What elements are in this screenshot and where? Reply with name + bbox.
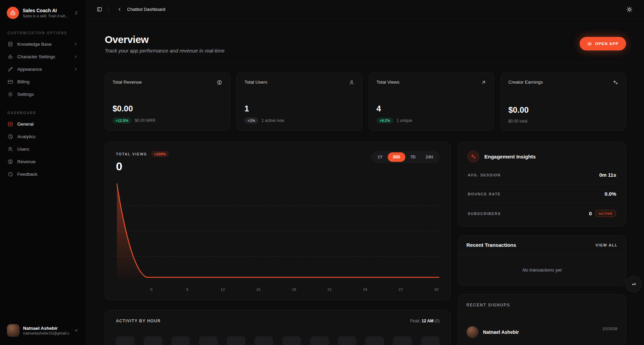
section-label-dashboard: DASHBOARD: [7, 111, 78, 115]
sidebar-item-label: Appearance: [17, 67, 69, 72]
chevron-right-icon: [74, 42, 78, 46]
line-chart-plot: [116, 181, 440, 283]
hour-bar: [116, 336, 135, 345]
credit-card-icon: [7, 79, 13, 85]
sidebar-item-general[interactable]: General: [5, 118, 81, 130]
sidebar-spacer: [5, 181, 81, 321]
signup-name: Natnael Ashebir: [483, 329, 598, 335]
dollar-circle-icon: [217, 80, 222, 85]
range-tab-7d[interactable]: 7D: [405, 152, 421, 162]
hour-bar: [144, 336, 162, 345]
sidebar-item-label: Revenue: [17, 159, 78, 164]
row-label: SUBSCRIBERS: [468, 212, 501, 216]
stat-badge: +1%: [244, 117, 258, 124]
row-value: 0: [589, 211, 592, 216]
sidebar-item-revenue[interactable]: Revenue: [5, 156, 81, 168]
breadcrumb: Chatbot Dashboard: [127, 7, 165, 12]
user-email: natnaelashebir15@gmail.c...: [23, 331, 71, 335]
stat-value: $0.00: [113, 104, 222, 113]
x-tick: 21: [327, 287, 332, 292]
sidebar: Sales Coach AI Sales is a skill. Train i…: [0, 0, 85, 345]
hour-bar: [282, 336, 301, 345]
dashboard-grid: TOTAL VIEWS +100% 0 1Y 30D 7D 24H: [105, 142, 626, 345]
back-button[interactable]: [114, 4, 125, 15]
chevrons-up-down-icon: [74, 10, 79, 15]
hour-bar: [172, 336, 190, 345]
activity-peak: Peak: 12 AM (0): [410, 319, 440, 323]
signup-row: Natnael Ashebir 2/2/2026: [458, 316, 626, 345]
theme-toggle-button[interactable]: [624, 4, 635, 15]
user-menu[interactable]: Natnael Ashebir natnaelashebir15@gmail.c…: [5, 321, 81, 340]
sidebar-item-knowledge-base[interactable]: Knowledge Base: [5, 38, 81, 50]
transactions-empty-state: No transactions yet: [458, 255, 626, 285]
sidebar-toggle-button[interactable]: [94, 4, 105, 15]
peak-count: (0): [435, 319, 440, 323]
signup-avatar: [466, 326, 479, 338]
app-logo: [7, 7, 19, 19]
workspace-switcher[interactable]: Sales Coach AI Sales is a skill. Train i…: [5, 5, 81, 21]
dollar-circle-icon: [7, 159, 13, 165]
user-text: Natnael Ashebir natnaelashebir15@gmail.c…: [23, 326, 71, 335]
overview-header-text: Overview Track your app performance and …: [105, 34, 224, 53]
range-selector: 1Y 30D 7D 24H: [371, 151, 440, 163]
sidebar-item-billing[interactable]: Billing: [5, 76, 81, 88]
sidebar-item-label: General: [17, 122, 78, 127]
stat-title: Total Views: [377, 80, 400, 85]
hour-bar: [255, 336, 273, 345]
bot-icon: [7, 54, 13, 60]
sidebar-item-appearance[interactable]: Appearance: [5, 63, 81, 75]
stat-badge: +8.2%: [377, 117, 394, 124]
stat-note: $0.00 total: [508, 119, 527, 124]
eye-icon: [587, 41, 592, 46]
row-value: 0m 11s: [599, 172, 616, 178]
header-divider: [105, 63, 626, 63]
chevron-right-icon: [74, 55, 78, 59]
overview-header: Overview Track your app performance and …: [105, 34, 626, 53]
stat-title: Creator Earnings: [508, 80, 543, 85]
sidebar-item-feedback[interactable]: Feedback: [5, 168, 81, 180]
recent-signups-card: RECENT SIGNUPS Natnael Ashebir 2/2/2026: [458, 294, 626, 345]
stat-title: Total Users: [244, 80, 267, 85]
sidebar-item-label: Knowledge Base: [17, 42, 69, 47]
engagement-insights-card: Engagement Insights AVG. SESSION 0m 11s …: [458, 142, 626, 227]
database-icon: [7, 41, 13, 47]
main-shell: Chatbot Dashboard Overview Track your ap…: [85, 0, 644, 345]
stat-badge: +12.5%: [113, 117, 132, 124]
stat-card-creator-earnings: Creator Earnings $0.00 $0.00 total: [501, 72, 626, 131]
sidebar-item-analytics[interactable]: Analytics: [5, 131, 81, 143]
row-label: AVG. SESSION: [468, 173, 501, 177]
engagement-row-bounce-rate: BOUNCE RATE 0.0%: [467, 184, 617, 203]
hour-bars: [116, 336, 440, 345]
sun-icon: [626, 6, 632, 13]
brand-name: Sales Coach AI: [23, 8, 70, 13]
row-label: BOUNCE RATE: [468, 192, 501, 196]
x-tick: 30: [434, 287, 439, 292]
range-tab-30d[interactable]: 30D: [388, 152, 405, 162]
total-views-chart-card: TOTAL VIEWS +100% 0 1Y 30D 7D 24H: [105, 142, 451, 300]
floating-widget-button[interactable]: [626, 276, 642, 292]
stat-note: $0.00 MRR: [135, 118, 156, 123]
chevron-down-icon: [74, 328, 79, 333]
chart-current-value: 0: [116, 160, 169, 173]
stat-note: 1 unique: [397, 118, 412, 123]
open-app-button[interactable]: OPEN APP: [580, 37, 626, 50]
arrow-up-right-icon: [481, 80, 486, 85]
sidebar-item-character-settings[interactable]: Character Settings: [5, 51, 81, 63]
main-content: Overview Track your app performance and …: [85, 19, 644, 345]
message-icon: [7, 171, 13, 177]
chevron-right-icon: [74, 67, 78, 71]
chart-title: TOTAL VIEWS: [116, 152, 147, 156]
sidebar-item-users[interactable]: Users: [5, 143, 81, 155]
row-value: 0.0%: [605, 191, 616, 197]
sidebar-item-settings[interactable]: Settings: [5, 88, 81, 100]
brand-tagline: Sales is a skill. Train it wit...: [23, 14, 70, 18]
range-tab-24h[interactable]: 24H: [421, 152, 438, 162]
pencil-icon: [7, 66, 13, 72]
hour-bar: [199, 336, 218, 345]
stat-title: Total Revenue: [113, 80, 142, 85]
view-all-button[interactable]: VIEW ALL: [596, 243, 618, 247]
x-tick: 6: [150, 287, 153, 292]
stat-card-total-revenue: Total Revenue $0.00 +12.5% $0.00 MRR: [105, 72, 230, 131]
list-filter-icon: [631, 281, 637, 287]
range-tab-1y[interactable]: 1Y: [373, 152, 388, 162]
